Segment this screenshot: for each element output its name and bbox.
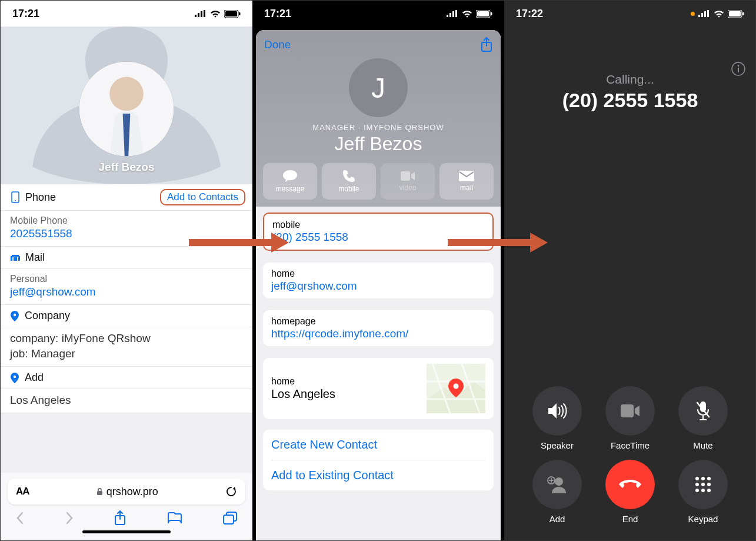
- status-time: 17:21: [12, 8, 39, 20]
- add-existing-contact-button[interactable]: Add to Existing Contact: [271, 460, 485, 490]
- address-label: home: [271, 376, 335, 387]
- add-person-icon: [547, 476, 567, 493]
- svg-rect-35: [698, 15, 700, 17]
- status-bar: 17:21: [252, 1, 504, 26]
- status-time: 17:21: [264, 8, 291, 20]
- end-call-icon: [618, 479, 642, 490]
- tabs-icon[interactable]: [223, 512, 237, 525]
- address-row[interactable]: home Los Angeles: [263, 358, 494, 419]
- url-text: qrshow.pro: [106, 486, 158, 498]
- svg-rect-44: [738, 68, 739, 72]
- cell-signal-icon: [195, 10, 207, 17]
- svg-rect-15: [18, 256, 20, 261]
- contact-name: Jeff Bezos: [263, 133, 494, 155]
- svg-rect-40: [729, 11, 741, 16]
- calling-number: (20) 2555 1558: [504, 89, 756, 112]
- address-row[interactable]: Los Angeles: [1, 389, 252, 413]
- bookmarks-icon[interactable]: [167, 512, 182, 525]
- mail-section-header: Mail: [1, 247, 252, 269]
- battery-icon: [224, 10, 241, 18]
- svg-rect-28: [477, 11, 489, 16]
- calling-status: Calling...: [504, 72, 756, 87]
- svg-point-58: [707, 489, 711, 492]
- home-email-row[interactable]: home jeff@qrshow.com: [263, 263, 494, 298]
- mail-value: jeff@qrshow.com: [10, 286, 243, 298]
- home-email-value: jeff@qrshow.com: [271, 280, 485, 293]
- company-row: company: iMyFone QRshow job: Manager: [1, 327, 252, 367]
- mail-section-label: Mail: [25, 251, 45, 264]
- add-call-button[interactable]: Add: [521, 460, 594, 524]
- svg-point-9: [109, 77, 144, 111]
- homepage-row[interactable]: homepage https://qrcode.imyfone.com/: [263, 310, 494, 346]
- mobile-label: mobile: [272, 220, 484, 230]
- map-pin-icon: [448, 379, 464, 400]
- message-button[interactable]: message: [263, 163, 317, 200]
- keypad-button[interactable]: Keypad: [667, 460, 740, 524]
- svg-rect-26: [455, 10, 457, 17]
- done-button[interactable]: Done: [264, 38, 291, 51]
- svg-rect-25: [452, 11, 454, 17]
- mobile-number-row[interactable]: mobile (20) 2555 1558: [263, 213, 494, 251]
- url-bar[interactable]: AA qrshow.pro: [8, 479, 245, 505]
- phone-section-label: Phone: [25, 191, 56, 204]
- phone-icon: [10, 191, 21, 203]
- svg-rect-45: [621, 404, 634, 417]
- speaker-button[interactable]: Speaker: [521, 386, 594, 450]
- svg-rect-16: [14, 257, 17, 261]
- facetime-button[interactable]: FaceTime: [594, 386, 667, 450]
- mail-button[interactable]: mail: [439, 163, 494, 200]
- pin-icon: [10, 311, 19, 321]
- cell-signal-icon: [698, 10, 710, 17]
- text-size-button[interactable]: AA: [16, 486, 29, 497]
- status-time: 17:22: [516, 8, 543, 20]
- svg-point-53: [695, 483, 699, 486]
- mute-button[interactable]: Mute: [667, 386, 740, 450]
- call-controls: Speaker FaceTime Mute Add End Keypad: [504, 376, 756, 530]
- share-icon[interactable]: [114, 510, 126, 526]
- svg-rect-19: [97, 491, 102, 495]
- contact-sheet: Done J MANAGER · IMYFONE QRSHOW Jeff Bez…: [256, 30, 501, 540]
- mail-row[interactable]: Personal jeff@qrshow.com: [1, 269, 252, 305]
- message-icon: [282, 170, 298, 182]
- svg-rect-0: [195, 15, 197, 17]
- screenshot-phone-1: 17:21 Jeff Bezos Phone Add to Contacts M…: [1, 1, 252, 540]
- call-mobile-button[interactable]: mobile: [322, 163, 376, 200]
- svg-rect-22: [224, 515, 234, 524]
- status-icons: [195, 10, 241, 18]
- svg-point-57: [701, 489, 705, 492]
- mic-indicator-dot: [691, 12, 695, 16]
- svg-rect-14: [11, 256, 12, 261]
- svg-point-50: [695, 477, 699, 480]
- end-call-button[interactable]: End: [594, 460, 667, 524]
- lock-icon: [96, 487, 103, 496]
- add-to-contacts-link[interactable]: Add to Contacts: [160, 189, 245, 205]
- contact-avatar: [79, 62, 174, 156]
- mobile-phone-row[interactable]: Mobile Phone 2025551558: [1, 211, 252, 247]
- svg-rect-3: [204, 10, 205, 17]
- svg-point-55: [707, 483, 711, 486]
- info-button[interactable]: [731, 62, 745, 78]
- svg-point-17: [14, 313, 16, 316]
- pin-icon: [10, 373, 19, 383]
- forward-icon[interactable]: [65, 512, 74, 525]
- svg-rect-36: [701, 13, 703, 17]
- svg-rect-13: [12, 255, 19, 257]
- svg-point-56: [695, 489, 699, 492]
- svg-point-12: [15, 200, 16, 201]
- home-label: home: [271, 268, 485, 279]
- company-section-header: Company: [1, 305, 252, 327]
- svg-rect-1: [198, 13, 199, 17]
- back-icon[interactable]: [16, 512, 24, 525]
- share-button[interactable]: [481, 37, 492, 52]
- svg-point-52: [707, 477, 711, 480]
- home-indicator[interactable]: [82, 530, 171, 533]
- svg-rect-38: [707, 10, 709, 17]
- svg-rect-41: [742, 12, 744, 15]
- reload-icon[interactable]: [225, 486, 237, 497]
- wifi-icon: [714, 10, 724, 18]
- map-thumbnail[interactable]: [427, 364, 485, 413]
- homepage-label: homepage: [271, 316, 485, 327]
- svg-point-34: [454, 384, 459, 389]
- mail-icon: [10, 253, 21, 263]
- create-new-contact-button[interactable]: Create New Contact: [271, 430, 485, 460]
